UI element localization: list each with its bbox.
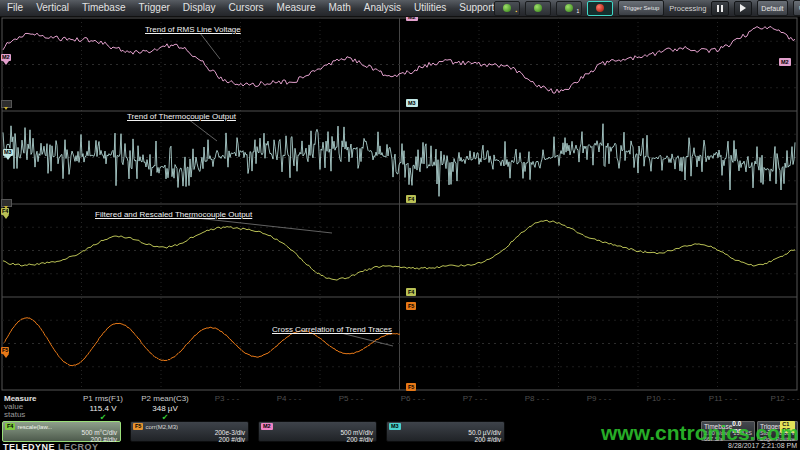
zero-marker-m3[interactable]: M3 <box>3 149 13 156</box>
descriptor-line2: 200 #/div <box>389 437 501 444</box>
trigger-summary-box[interactable]: Trigger C1 DC Stop0.00 V EdgePositive <box>757 421 798 441</box>
grid-indicator-marker <box>1 199 12 207</box>
descriptor-box-m3[interactable]: M350.0 µV/div200 #/div <box>386 421 505 442</box>
trace-chip-f4: F4 <box>5 423 15 430</box>
zero-marker-m2[interactable]: M2 <box>1 54 11 61</box>
zero-marker-f4[interactable]: F4 <box>1 208 9 215</box>
timebase-label: Timebase <box>704 423 732 430</box>
scale-tag-m3: M3 <box>406 99 418 107</box>
brand-lecroy: LECROY <box>58 442 99 450</box>
menu-item-analysis[interactable]: Analysis <box>364 0 401 16</box>
scale-tag-f4: F4 <box>406 288 416 296</box>
measure-row-label-status: status <box>4 410 25 419</box>
trigger-setup-button[interactable]: Trigger Setup <box>618 0 664 16</box>
descriptor-line2: 200 #/div <box>261 437 373 444</box>
timestamp: 8/28/2017 2:21:08 PM <box>728 442 797 449</box>
record-icon <box>596 4 604 12</box>
pause-button[interactable] <box>711 1 729 16</box>
pause-icon <box>717 5 719 12</box>
zero-marker-f5[interactable]: F5 <box>1 347 9 354</box>
trace-annotation-m3: Trend of Thermocouple Output <box>127 112 236 121</box>
descriptor-line2: 200 #/div <box>133 437 245 444</box>
badge-icon: ▪ <box>515 8 517 14</box>
trace-annotation-m2: Trend of RMS Line Voltage <box>145 25 241 34</box>
menu-item-trigger[interactable]: Trigger <box>138 0 169 16</box>
timebase-samples: 13.3 kS <box>733 430 752 436</box>
menu-item-file[interactable]: File <box>7 0 23 16</box>
waveform-grid <box>0 15 800 391</box>
scope-status-icon-button-3[interactable]: 1 <box>556 1 582 16</box>
scale-tag-f5: F5 <box>406 383 416 391</box>
menu-item-measure[interactable]: Measure <box>277 0 316 16</box>
menu-item-support[interactable]: Support <box>459 0 494 16</box>
menu-bar: FileVerticalTimebaseTriggerDisplayCursor… <box>0 0 800 17</box>
trace-chip-m3: M3 <box>389 423 401 430</box>
play-icon <box>740 4 746 12</box>
trace-descriptor-boxes: F4rescale(law...500 m°C/div200 #/divF5co… <box>2 421 505 443</box>
trace-chip-f5: F5 <box>133 423 143 430</box>
play-button[interactable] <box>734 1 752 16</box>
descriptor-title: rescale(law... <box>17 424 52 430</box>
descriptor-box-f4[interactable]: F4rescale(law...500 m°C/div200 #/div <box>2 421 121 442</box>
badge-one: 1 <box>576 8 579 14</box>
measure-label: P12 - - - <box>743 394 800 403</box>
green-scope-icon <box>503 4 511 12</box>
green-scope-icon <box>565 4 573 12</box>
measure-table: MeasurevaluestatusP1 rms(F1)115.4 V✔P2 m… <box>0 391 800 421</box>
green-scope-icon <box>534 4 542 12</box>
trace-annotation-f5: Cross Correlation of Trend Traces <box>272 325 392 334</box>
menu-item-timebase[interactable]: Timebase <box>82 0 126 16</box>
scale-tag-f5: F5 <box>406 302 416 310</box>
brand-logo: TELEDYNE LECROY <box>3 442 99 450</box>
brand-teledyne: TELEDYNE <box>3 442 55 450</box>
processing-label: Processing <box>669 4 706 13</box>
undo-button[interactable]: Undo <box>793 0 800 16</box>
trigger-label: Trigger <box>760 423 780 430</box>
menu-item-display[interactable]: Display <box>183 0 216 16</box>
measure-column-p12[interactable]: P12 - - - <box>743 394 800 403</box>
scope-status-icon-button-1[interactable]: ▪ <box>494 1 520 16</box>
timebase-summary-box[interactable]: Timebase 0.0 ms 2.00 s/div13.3 kS 667 S/… <box>701 421 755 441</box>
default-button[interactable]: Default <box>757 0 787 16</box>
scale-tag-f4: F4 <box>406 195 416 203</box>
trace-annotation-f4: Filtered and Rescaled Thermocouple Outpu… <box>95 210 252 219</box>
timebase-rate: 667 S/s <box>704 436 723 442</box>
descriptor-title: corr(M2,M3) <box>145 424 178 430</box>
menu-item-cursors[interactable]: Cursors <box>229 0 264 16</box>
toolbar: ▪ 1 Trigger Setup Processing Default Und… <box>494 0 800 16</box>
descriptor-box-m2[interactable]: M2500 mV/div200 #/div <box>258 421 377 442</box>
menu-item-utilities[interactable]: Utilities <box>414 0 446 16</box>
measure-value: 348 µV <box>123 404 207 413</box>
scale-tag-m2: M2 <box>779 58 791 66</box>
grid-indicator-marker <box>1 100 12 108</box>
record-icon-button[interactable] <box>587 1 613 16</box>
waveform-display-area: Trend of RMS Line VoltageTrend of Thermo… <box>0 15 800 391</box>
scope-status-icon-button-2[interactable] <box>525 1 551 16</box>
menu-item-vertical[interactable]: Vertical <box>36 0 69 16</box>
trace-chip-m2: M2 <box>261 423 273 430</box>
menu-items: FileVerticalTimebaseTriggerDisplayCursor… <box>0 0 494 16</box>
menu-item-math[interactable]: Math <box>329 0 351 16</box>
oscilloscope-screen: FileVerticalTimebaseTriggerDisplayCursor… <box>0 0 800 450</box>
descriptor-box-f5[interactable]: F5corr(M2,M3)200e-3/div200 #/div <box>130 421 249 442</box>
